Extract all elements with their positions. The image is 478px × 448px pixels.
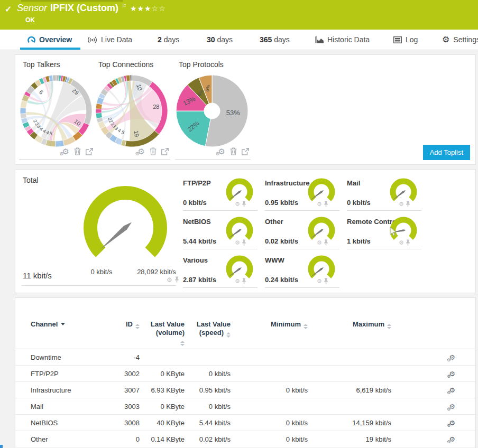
cell-channel: NetBIOS — [31, 419, 110, 427]
gauge-pin-icon[interactable] — [406, 201, 410, 208]
status-ok-check-icon: ✓ — [5, 4, 12, 14]
add-toplist-button[interactable]: Add Toplist — [423, 145, 470, 160]
open-external-icon[interactable] — [161, 148, 169, 155]
channel-gauge-tile-netbios: NetBIOS 5.44 kbit/s ⚙ — [183, 214, 258, 249]
open-external-icon[interactable] — [242, 148, 249, 155]
channel-settings-icon[interactable]: ⚙⚙ — [449, 403, 455, 410]
channel-settings-icon[interactable]: ⚙⚙ — [449, 353, 455, 361]
flag-icon[interactable]: ⚐ — [122, 3, 127, 10]
header-top-strip — [21, 0, 123, 2]
channel-gauge-tile-www: WWW 0.24 kbit/s ⚙ — [265, 253, 339, 288]
gauge-pin-icon[interactable] — [242, 278, 246, 285]
tab-label: Log — [406, 35, 418, 44]
gauge-pin-icon[interactable] — [406, 239, 410, 246]
gauge-settings-icon[interactable]: ⚙ — [235, 278, 240, 284]
sensor-kind-label: Sensor — [17, 3, 47, 14]
gauge-settings-icon[interactable]: ⚙ — [167, 277, 172, 283]
column-header-minimum[interactable]: Minimum — [231, 320, 308, 349]
toplist-settings-icon[interactable]: ⚙⚙ — [138, 147, 145, 155]
priority-stars[interactable]: ★★★☆☆ — [130, 4, 166, 13]
tab-label: Overview — [39, 35, 72, 44]
table-row-infrastructure: Infrastructure 3007 6.93 KByte 0.95 kbit… — [15, 382, 475, 398]
toplist-actions: ⚙⚙ — [218, 147, 249, 155]
gauge-settings-icon[interactable]: ⚙ — [399, 201, 404, 207]
channel-value: 0 kbit/s — [347, 199, 371, 207]
trash-icon[interactable] — [74, 147, 81, 155]
cell-minimum: 0 kbit/s — [231, 386, 308, 394]
cell-id: 3002 — [110, 370, 140, 378]
trash-icon[interactable] — [230, 147, 237, 155]
tab-label: Live Data — [101, 35, 132, 44]
total-gauge-value: 11 kbit/s — [23, 271, 52, 280]
gauge-pin-icon[interactable] — [242, 239, 246, 246]
column-header-maximum[interactable]: Maximum — [308, 320, 391, 349]
channel-settings-icon[interactable]: ⚙⚙ — [449, 419, 455, 427]
cell-last-value-speed: 0 kbit/s — [185, 403, 231, 410]
gauge-pin-icon[interactable] — [324, 201, 328, 208]
channels-table-panel: ChannelIDLast Value(volume)Last Value(sp… — [15, 297, 476, 448]
gauge-settings-icon[interactable]: ⚙ — [399, 240, 404, 246]
channel-name: Mail — [347, 179, 360, 187]
cell-id: 3007 — [110, 386, 140, 394]
channel-settings-icon[interactable]: ⚙⚙ — [449, 435, 455, 443]
channel-value: 2.87 kbit/s — [183, 276, 216, 284]
toplist-settings-icon[interactable]: ⚙⚙ — [218, 147, 225, 155]
channel-settings-icon[interactable]: ⚙⚙ — [449, 386, 455, 394]
gauge-pin-icon[interactable] — [324, 278, 328, 285]
gauge-settings-icon[interactable]: ⚙ — [317, 278, 322, 284]
gauge-pin-icon[interactable] — [174, 276, 179, 283]
channel-gauge-tile-mail: Mail 0 kbit/s ⚙ — [347, 176, 421, 211]
trash-icon[interactable] — [150, 147, 157, 155]
tab-historic-data[interactable]: Historic Data — [315, 30, 370, 50]
tab-settings[interactable]: ⚙Settings — [442, 30, 478, 50]
svg-text:28: 28 — [153, 104, 159, 110]
tab-days-30[interactable]: 30 days — [207, 30, 233, 50]
column-header-last-value-volume-[interactable]: Last Value(volume) — [140, 320, 185, 349]
gauge-settings-icon[interactable]: ⚙ — [317, 240, 322, 246]
svg-text:6: 6 — [38, 89, 44, 96]
channel-value: 0 kbit/s — [183, 199, 207, 207]
historic-data-icon — [315, 36, 324, 43]
column-header-channel[interactable]: Channel — [31, 320, 110, 349]
cell-minimum: 0 kbit/s — [231, 435, 308, 443]
tab-days-2[interactable]: 2 days — [158, 30, 179, 50]
total-gauge-actions: ⚙ — [167, 276, 179, 283]
channel-name: WWW — [265, 256, 284, 264]
top-talkers-chart[interactable]: 629105444332 — [19, 74, 93, 148]
channel-gauge-actions: ⚙ — [399, 201, 410, 208]
top-protocols-chart[interactable]: 53%22%13%6%6% — [175, 74, 249, 148]
tab-label: 365 days — [260, 35, 290, 44]
gauge-settings-icon[interactable]: ⚙ — [235, 240, 240, 246]
gauge-pin-icon[interactable] — [324, 239, 328, 246]
channel-gauge-actions: ⚙ — [317, 239, 328, 246]
open-external-icon[interactable] — [86, 148, 93, 155]
channel-settings-icon[interactable]: ⚙⚙ — [449, 370, 455, 378]
tab-live-data[interactable]: Live Data — [87, 30, 132, 50]
toplist-tile-top-connections: Top Connections 1028195433322 ⚙⚙ — [95, 60, 170, 160]
channel-name: Various — [183, 256, 208, 264]
tab-overview[interactable]: Overview — [27, 30, 72, 50]
log-icon — [393, 36, 402, 43]
top-connections-chart[interactable]: 1028195433322 — [95, 74, 169, 148]
toplist-settings-icon[interactable]: ⚙⚙ — [62, 147, 69, 155]
cell-channel: Mail — [31, 403, 110, 410]
column-header-id[interactable]: ID — [110, 320, 140, 349]
channel-value: 5.44 kbit/s — [183, 237, 216, 245]
toplist-tile-top-protocols: Top Protocols 53%22%13%6%6% ⚙⚙ — [175, 60, 251, 160]
column-header-last-value-speed-[interactable]: Last Value(speed) — [185, 320, 231, 349]
channel-gauge-tile-various: Various 2.87 kbit/s ⚙ — [183, 253, 258, 288]
gauge-pin-icon[interactable] — [242, 201, 246, 208]
toplist-title: Top Connections — [95, 60, 170, 69]
gauge-settings-icon[interactable]: ⚙ — [235, 201, 240, 207]
channel-gauge-actions: ⚙ — [317, 201, 328, 208]
cell-last-value-speed: 0.95 kbit/s — [185, 386, 231, 394]
table-row-downtime: Downtime -4 ⚙⚙ — [15, 349, 475, 366]
gauge-settings-icon[interactable]: ⚙ — [317, 201, 322, 207]
tab-days-365[interactable]: 365 days — [260, 30, 290, 50]
gauge-max-label: 28,092 kbit/s — [127, 268, 186, 276]
sensor-title-row: Sensor IPFIX (Custom) ⚐ ★★★☆☆ — [17, 3, 166, 14]
table-body: Downtime -4 ⚙⚙ FTP/P2P 3002 0 KByte 0 kb… — [15, 349, 475, 447]
cell-maximum: 19 kbit/s — [308, 435, 391, 443]
cell-channel: FTP/P2P — [31, 370, 110, 378]
tab-log[interactable]: Log — [393, 30, 418, 50]
